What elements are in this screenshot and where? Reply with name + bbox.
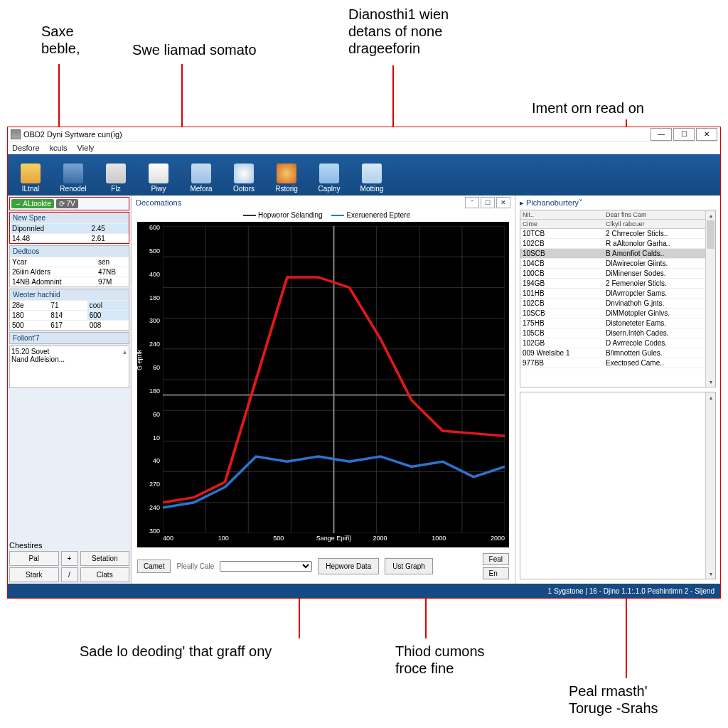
- list-head-b: Dear fins Cam: [604, 210, 715, 220]
- weoter-r0c1[interactable]: 71: [48, 301, 87, 311]
- list-row[interactable]: 102CBR aAltonolor Garha..: [520, 239, 715, 249]
- callout-5: Sade lo deoding' that graff ony: [80, 643, 272, 660]
- titlebar: OBD2 Dyni Syrtware cun(ïg) — ☐ ✕: [8, 127, 720, 141]
- btn-setation[interactable]: Setation: [80, 551, 130, 566]
- btn-hepwore-data[interactable]: Hepwore Data: [318, 558, 379, 574]
- btn-pal[interactable]: Pal: [9, 551, 59, 566]
- btn-ust-graph[interactable]: Ust Graph: [385, 558, 433, 574]
- btn-plus[interactable]: +: [61, 551, 78, 566]
- newspee-r0c0[interactable]: Diponnled: [10, 224, 89, 234]
- weoter-r0c2[interactable]: cool: [87, 301, 129, 311]
- iltnal-icon: [21, 164, 41, 183]
- list-sub-b: Clkyil rabcuer: [604, 220, 715, 229]
- tbtn-motting[interactable]: Motting: [355, 164, 389, 193]
- scroll-thumb[interactable]: [707, 220, 714, 249]
- menu-desfore[interactable]: Desfore: [12, 144, 40, 152]
- list-row[interactable]: 009 Wrelsibe 1B/imnotteri Gules.: [520, 348, 715, 358]
- list-row[interactable]: 977BBExectosed Came..: [520, 358, 715, 368]
- panel-newspee: New Spee Diponnled2.45 14.482.61: [9, 212, 129, 244]
- dedtoos-r0c0[interactable]: 26iiin Alders: [10, 267, 90, 277]
- list-row[interactable]: 102GBD Avrrecole Codes.: [520, 338, 715, 348]
- btn-camet[interactable]: Camet: [137, 560, 171, 573]
- tbtn-flz[interactable]: Flz: [99, 164, 133, 193]
- panel-weoter-title: Weoter hachiid: [10, 289, 129, 300]
- dedtoos-r0c2[interactable]: 47NB: [96, 267, 129, 277]
- newspee-r1c1[interactable]: 2.61: [89, 234, 129, 244]
- dedtoos-r1c2[interactable]: 97M: [96, 277, 129, 287]
- list-row[interactable]: 175HBDistoneteter Eams.: [520, 318, 715, 328]
- callout-6a: Thiod cumons: [395, 643, 485, 659]
- btn-en[interactable]: En: [483, 567, 509, 579]
- list-row[interactable]: 10SCBDiMMotopler Ginlvs.: [520, 309, 715, 318]
- weoter-r2c1[interactable]: 617: [48, 321, 87, 331]
- scroll-down-icon[interactable]: ▾: [706, 569, 715, 579]
- code-list[interactable]: Nit..Dear fins Cam CimeClkyil rabcuer 10…: [520, 210, 716, 387]
- newspee-r0c1[interactable]: 2.45: [89, 224, 129, 234]
- chart-area[interactable]: G eprlk 60050040018030024060180601040270…: [137, 222, 509, 547]
- pane-restore-icon[interactable]: ☐: [481, 197, 495, 208]
- rightpane-dropdown-icon[interactable]: ˅: [579, 198, 583, 208]
- weoter-r1c1[interactable]: 814: [48, 311, 87, 321]
- detail-scrollbar[interactable]: ▴ ▾: [705, 392, 715, 579]
- weoter-r1c2[interactable]: 600: [87, 311, 129, 321]
- chart-legend: Hopworor Selanding Exeruenered Eptere: [132, 210, 515, 220]
- tbtn-motting-label: Motting: [360, 185, 384, 193]
- toolbar: ILtnal Renodel Flz Piwy Mefora Ootors Rs…: [8, 154, 720, 196]
- list-row[interactable]: 101HBDlAvrropcler Sams.: [520, 289, 715, 299]
- close-button[interactable]: ✕: [696, 128, 717, 141]
- minimize-button[interactable]: —: [651, 128, 672, 141]
- weoter-r2c0[interactable]: 500: [10, 321, 48, 331]
- btn-slash[interactable]: /: [61, 567, 78, 582]
- window-title: OBD2 Dyni Syrtware cun(ïg): [23, 130, 122, 139]
- panel-newspee-title: New Spee: [10, 213, 129, 223]
- tbtn-rstorig[interactable]: Rstorig: [269, 164, 304, 193]
- list-row[interactable]: 194GB2 Femenoler Sticls.: [520, 279, 715, 289]
- dedtoos-r1c0[interactable]: 14NB Adomnint: [10, 277, 90, 287]
- callout-3b: detans of none: [348, 23, 442, 39]
- scroll-up-icon[interactable]: ▴: [706, 392, 715, 402]
- tbtn-iltnal[interactable]: ILtnal: [14, 164, 48, 193]
- menu-kculs[interactable]: kculs: [50, 144, 68, 152]
- badge-altookte[interactable]: → ALtookte: [11, 199, 54, 208]
- weoter-r0c0[interactable]: 28e: [10, 301, 48, 311]
- tbtn-caplny[interactable]: Caplny: [312, 164, 346, 193]
- tbtn-piwy[interactable]: Piwy: [141, 164, 176, 193]
- weoter-r2c2[interactable]: 008: [87, 321, 129, 331]
- detail-box[interactable]: ▴ ▾: [520, 392, 716, 579]
- list-row[interactable]: 10SCBB Amonfiot Calds..: [520, 249, 715, 259]
- dedtoos-h0: Ycar: [10, 257, 90, 267]
- callout-1b: beble,: [41, 41, 80, 56]
- tbtn-mefora[interactable]: Mefora: [184, 164, 218, 193]
- callout-3a: Dianosthi1 wien: [348, 6, 449, 22]
- list-row[interactable]: 105CBDisern.Intèh Cades.: [520, 328, 715, 338]
- panel-dedtoos: Dedtoos Ycarsen 26iiin Alders47NB 14NB A…: [9, 245, 129, 287]
- pcale-select[interactable]: [220, 561, 312, 572]
- btn-stark[interactable]: Stark: [9, 567, 59, 582]
- list-row[interactable]: 100CBDiMinenser Sodes.: [520, 269, 715, 279]
- scroll-up-icon[interactable]: ▴: [706, 210, 715, 220]
- log-box[interactable]: ▴ 15.20 Sovet Nand Adleision...: [9, 346, 129, 388]
- pane-dropdown-icon[interactable]: ˅: [465, 197, 479, 208]
- list-row[interactable]: 102CBDnvinathoh G.jnts.: [520, 299, 715, 309]
- center-pane: Decomations ˅ ☐ ✕ Hopworor Selanding Exe…: [132, 196, 515, 584]
- ootors-icon: [234, 164, 254, 183]
- btn-feal[interactable]: Feal: [483, 553, 509, 565]
- flz-icon: [106, 164, 126, 183]
- maximize-button[interactable]: ☐: [673, 128, 695, 141]
- weoter-r1c0[interactable]: 180: [10, 311, 48, 321]
- badge-7v[interactable]: ⟳ 7V: [56, 199, 78, 208]
- scroll-up-icon[interactable]: ▴: [123, 348, 127, 355]
- list-row[interactable]: 10TCB2 Chrrecoler Sticls..: [520, 229, 715, 239]
- list-scrollbar[interactable]: ▴ ▾: [705, 210, 715, 387]
- scroll-down-icon[interactable]: ▾: [706, 377, 715, 387]
- pane-close-icon[interactable]: ✕: [496, 197, 510, 208]
- newspee-r1c0[interactable]: 14.48: [10, 234, 89, 244]
- tbtn-renodel[interactable]: Renodel: [56, 164, 90, 193]
- log-line-1: 15.20 Sovet: [11, 348, 127, 355]
- menu-viely[interactable]: Viely: [77, 144, 95, 152]
- chart-title: Decomations: [136, 198, 181, 207]
- btn-clats[interactable]: Clats: [80, 567, 130, 582]
- callout-1a: Saxe: [41, 23, 74, 39]
- tbtn-ootors[interactable]: Ootors: [227, 164, 261, 193]
- list-row[interactable]: 104CBDlAwirecoler Giints.: [520, 259, 715, 269]
